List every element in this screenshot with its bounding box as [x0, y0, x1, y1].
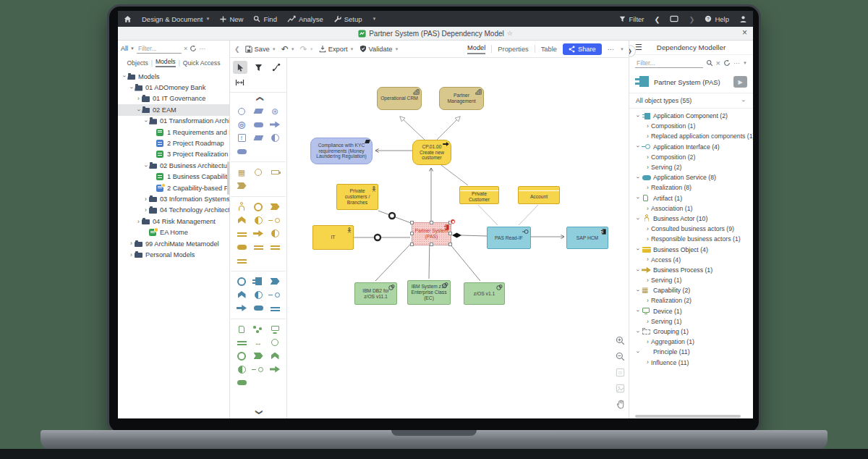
palette-shape-donut[interactable] [235, 351, 248, 361]
model-tree-item[interactable]: ›04 Technology Architecture [118, 205, 229, 216]
dependency-tree-item[interactable]: ›Artifact (1) [629, 193, 753, 203]
selection-handle[interactable] [448, 232, 452, 235]
dependency-tree-item[interactable]: ›Access (4) [629, 255, 753, 265]
diagram-node[interactable]: SAP HCM [566, 227, 608, 249]
palette-shape-bars[interactable] [235, 256, 248, 265]
palette-shape-event[interactable] [235, 216, 248, 225]
palette-shape-chev[interactable] [252, 351, 265, 361]
palette-shape-chev[interactable] [268, 277, 281, 286]
palette-scroll-up[interactable]: ❯ [252, 96, 264, 101]
palette-shape-donut[interactable] [235, 277, 248, 286]
model-tree-item[interactable]: ›99 ArchiMate Metamodel [118, 238, 229, 249]
menu-design-document[interactable]: Design & Document▼ [142, 15, 210, 23]
horizontal-scrollbar[interactable] [635, 415, 741, 418]
tab-quick-access[interactable]: Quick Access [183, 59, 221, 67]
palette-shape-half[interactable] [268, 133, 281, 143]
palette-shape-half[interactable] [252, 290, 265, 300]
chevron-down-icon[interactable]: ▼ [743, 61, 747, 65]
model-tree-item[interactable]: 2 Capability-based Planning [118, 182, 229, 193]
palette-shape-iface[interactable] [268, 290, 281, 300]
dependency-tree-item[interactable]: ›Business Actor (10) [629, 214, 753, 224]
diagram-node[interactable]: PAS Read-IF [487, 227, 531, 249]
zoom-in-icon[interactable] [616, 336, 625, 345]
model-tree-item[interactable]: 1 Requirements and Projects [118, 127, 229, 138]
selection-handle[interactable] [430, 243, 433, 246]
palette-shape-doc[interactable] [235, 324, 248, 334]
clear-filter-icon[interactable]: × [184, 45, 187, 52]
dependency-tree-item[interactable]: ›Application Interface (4) [629, 142, 753, 152]
palette-shape-donut[interactable] [252, 202, 265, 211]
selection-handle[interactable] [410, 232, 414, 235]
palette-shape-net[interactable] [252, 324, 265, 334]
more-options-icon[interactable]: ··· [733, 59, 740, 67]
dependency-tree-item[interactable]: ›Association (1) [629, 203, 753, 214]
diagram-node[interactable]: IBM DB2 for z/OS v11.1 [354, 282, 397, 305]
hamburger-menu-icon[interactable]: ☰ [635, 43, 642, 51]
dependency-tree-item[interactable]: ›Business Object (4) [629, 244, 753, 254]
menu-find[interactable]: Find [253, 15, 276, 23]
palette-shape-chev[interactable] [268, 202, 281, 211]
selection-handle[interactable] [410, 221, 414, 224]
palette-shape-arrow[interactable] [252, 229, 265, 238]
pan-hand-icon[interactable] [616, 400, 625, 409]
palette-shape-half[interactable] [252, 216, 265, 225]
palette-shape-bars[interactable] [268, 303, 281, 313]
palette-shape-iface[interactable] [268, 216, 281, 225]
filter-button[interactable]: Filter [619, 15, 644, 23]
palette-shape-monitor[interactable] [268, 324, 281, 334]
palette-shape-gear[interactable] [268, 106, 281, 116]
search-icon[interactable] [706, 59, 713, 67]
dependency-tree-item[interactable]: ›Principle (11) [629, 347, 753, 357]
root-object-row[interactable]: Partner System (PAS) ▶ [629, 71, 753, 93]
dependency-tree-item[interactable]: ›Realization (8) [629, 182, 753, 193]
diagram-node[interactable]: Partner System (PAS) [412, 222, 451, 245]
dependency-tree-item[interactable]: ›Responsible business actors (1) [629, 234, 753, 244]
palette-shape-half[interactable] [235, 365, 248, 374]
tab-models[interactable]: Models [156, 58, 176, 67]
model-tree-item[interactable]: ›Models [118, 71, 229, 82]
palette-shape-circ-o[interactable] [235, 106, 248, 116]
dependency-tree-item[interactable]: ›Influence (11) [629, 358, 753, 368]
diagram-node[interactable]: Account [518, 186, 560, 204]
model-tree-item[interactable]: 2 Project Roadmap [118, 138, 229, 148]
explorer-scrollbar[interactable] [227, 161, 229, 195]
dependency-tree-item[interactable]: ›Consulted business actors (9) [629, 224, 753, 234]
dependency-tree-item[interactable]: ›Serving (1) [629, 275, 753, 285]
model-tree-item[interactable]: ›04 Risk Management [118, 216, 229, 227]
collapse-left-icon[interactable]: ❮ [234, 46, 240, 53]
palette-scroll-down[interactable]: ❯ [252, 409, 264, 415]
dependency-tree-item[interactable]: ›Business Process (1) [629, 265, 753, 275]
filter-tool[interactable] [251, 61, 265, 74]
palette-shape-para[interactable] [252, 133, 265, 143]
diagram-node[interactable]: IBM System z10 Enterprise Class (EC) [407, 280, 451, 305]
diagram-node[interactable]: IT [312, 225, 354, 250]
diagram-node[interactable]: Compliance with KYC requirements (Money … [310, 138, 373, 164]
palette-shape-path[interactable] [252, 338, 265, 348]
model-tree-item[interactable]: ›02 Business Architecture [118, 160, 229, 171]
dependency-tree-item[interactable]: ›Serving (1) [629, 316, 753, 327]
close-icon[interactable]: × [742, 28, 747, 38]
toolbar-more-icon[interactable]: ··· [608, 46, 614, 53]
palette-shape-bars[interactable] [268, 243, 281, 252]
cursor-tool[interactable] [233, 61, 247, 74]
diagram-node[interactable]: Private customers / Branches [336, 184, 378, 210]
home-icon[interactable] [124, 15, 132, 23]
palette-shape-pill[interactable] [235, 243, 248, 252]
model-tree-item[interactable]: ›Personal Models [118, 249, 229, 260]
windows-icon[interactable] [670, 15, 678, 22]
model-tree-item[interactable]: ›03 Information Systems Architecture [118, 193, 229, 204]
palette-shape-bars[interactable] [235, 229, 248, 238]
model-tree-item[interactable]: EA Home [118, 227, 229, 237]
palette-shape-para[interactable] [252, 106, 265, 116]
user-avatar-icon[interactable] [739, 15, 747, 23]
palette-shape-arrow[interactable] [268, 365, 281, 374]
model-tree-item[interactable]: 3 Project Realization [Capability - ... [118, 149, 229, 160]
nav-back-button[interactable]: ❮ [655, 15, 660, 23]
palette-shape-grid[interactable] [235, 168, 248, 177]
palette-shape-pill[interactable] [235, 378, 248, 387]
dependency-filter-input[interactable]: Filter... [635, 59, 703, 68]
toolbar-more-caret[interactable]: ▼ [620, 47, 624, 51]
selection-handle[interactable] [410, 243, 414, 246]
redo-button[interactable]: ↷▼ [300, 44, 314, 54]
palette-shape-arrow[interactable] [268, 120, 281, 130]
